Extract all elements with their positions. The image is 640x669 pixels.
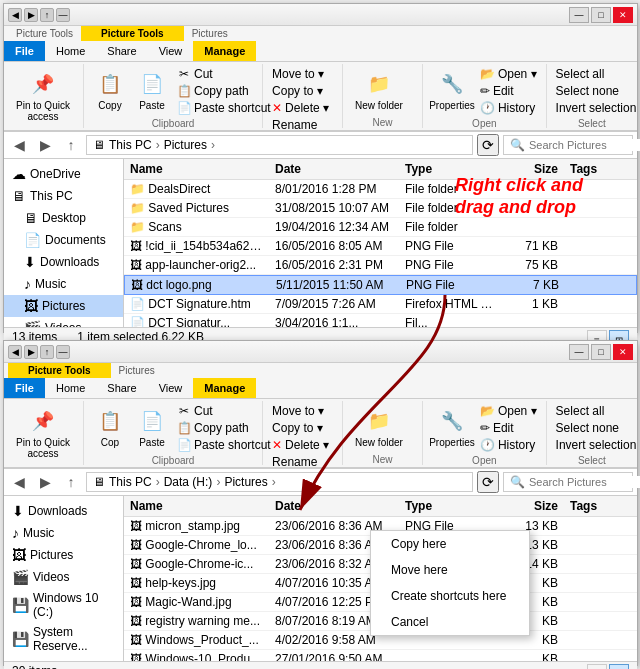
new-folder-button-1[interactable]: 📁 New folder — [349, 66, 409, 115]
copy-to-button-1[interactable]: Copy to ▾ — [269, 83, 332, 99]
back-icon[interactable]: ◀ — [8, 8, 22, 22]
col-header-type-1[interactable]: Type — [399, 159, 504, 179]
copy-path-button-2[interactable]: 📋 Copy path — [174, 420, 274, 436]
sidebar-win81-2[interactable]: 💾 Windows 8.1 (F:) — [4, 656, 123, 661]
file-row-1-3[interactable]: 🖼 !cid_ii_154b534a623... 16/05/2016 8:05… — [124, 237, 637, 256]
sidebar-pictures[interactable]: 🖼 Pictures — [4, 295, 123, 317]
select-all-button-1[interactable]: Select all — [553, 66, 631, 82]
minimize-button-1[interactable]: — — [569, 7, 589, 23]
col-header-name-1[interactable]: Name — [124, 159, 269, 179]
paste-shortcut-button-2[interactable]: 📄 Paste shortcut — [174, 437, 274, 453]
tab-home-1[interactable]: Home — [45, 41, 96, 61]
up-button-1[interactable]: ↑ — [60, 134, 82, 156]
col-header-tags-1[interactable]: Tags — [564, 159, 614, 179]
sidebar-downloads[interactable]: ⬇ Downloads — [4, 251, 123, 273]
refresh-button-2[interactable]: ⟳ — [477, 471, 499, 493]
copy-to-button-2[interactable]: Copy to ▾ — [269, 420, 332, 436]
context-menu-create-shortcuts[interactable]: Create shortcuts here — [371, 583, 529, 609]
open-button-2[interactable]: 📂 Open ▾ — [477, 403, 540, 419]
view-detail-button-2[interactable]: ⊞ — [609, 664, 629, 669]
maximize-button-2[interactable]: □ — [591, 344, 611, 360]
back-button-2[interactable]: ◀ — [8, 471, 30, 493]
file-row-1-1[interactable]: 📁 Saved Pictures 31/08/2015 10:07 AM Fil… — [124, 199, 637, 218]
file-row-1-6[interactable]: 📄 DCT Signature.htm 7/09/2015 7:26 AM Fi… — [124, 295, 637, 314]
up-icon-2[interactable]: ↑ — [40, 345, 54, 359]
sidebar-desktop[interactable]: 🖥 Desktop — [4, 207, 123, 229]
sidebar-videos[interactable]: 🎬 Videos — [4, 317, 123, 327]
delete-button-1[interactable]: ✕ Delete ▾ — [269, 100, 332, 116]
properties-button-1[interactable]: 🔧 Properties — [429, 66, 475, 115]
up-button-2[interactable]: ↑ — [60, 471, 82, 493]
col-header-date-2[interactable]: Date — [269, 496, 399, 516]
tab-manage-1[interactable]: Manage — [193, 41, 256, 61]
min-icon[interactable]: — — [56, 8, 70, 22]
maximize-button-1[interactable]: □ — [591, 7, 611, 23]
open-button-1[interactable]: 📂 Open ▾ — [477, 66, 540, 82]
cut-button-1[interactable]: ✂ Cut — [174, 66, 274, 82]
search-input-2[interactable] — [529, 476, 640, 488]
path-pictures-2[interactable]: Pictures — [224, 475, 267, 489]
context-menu-cancel[interactable]: Cancel — [371, 609, 529, 635]
pin-quick-access-button-2[interactable]: 📌 Pin to Quickaccess — [10, 403, 76, 463]
history-button-1[interactable]: 🕐 History — [477, 100, 540, 116]
move-to-button-1[interactable]: Move to ▾ — [269, 66, 332, 82]
address-path-1[interactable]: 🖥 This PC › Pictures › — [86, 135, 473, 155]
forward-icon[interactable]: ▶ — [24, 8, 38, 22]
col-header-name-2[interactable]: Name — [124, 496, 269, 516]
path-this-pc-2[interactable]: This PC — [109, 475, 152, 489]
tab-file-1[interactable]: File — [4, 41, 45, 61]
sidebar-videos-2[interactable]: 🎬 Videos — [4, 566, 123, 588]
forward-icon-2[interactable]: ▶ — [24, 345, 38, 359]
col-header-tags-2[interactable]: Tags — [564, 496, 614, 516]
edit-button-1[interactable]: ✏ Edit — [477, 83, 540, 99]
rename-button-1[interactable]: Rename — [269, 117, 332, 133]
tab-home-2[interactable]: Home — [45, 378, 96, 398]
sidebar-music[interactable]: ♪ Music — [4, 273, 123, 295]
tab-share-2[interactable]: Share — [96, 378, 147, 398]
context-menu-copy-here[interactable]: Copy here — [371, 531, 529, 557]
tab-share-1[interactable]: Share — [96, 41, 147, 61]
address-path-2[interactable]: 🖥 This PC › Data (H:) › Pictures › — [86, 472, 473, 492]
tab-file-2[interactable]: File — [4, 378, 45, 398]
copy-button-1[interactable]: 📋 Copy — [90, 66, 130, 115]
file-row-2-7[interactable]: 🖼 Windows-10_Produ... 27/01/2016 9:50 AM… — [124, 650, 637, 661]
forward-button-1[interactable]: ▶ — [34, 134, 56, 156]
properties-button-2[interactable]: 🔧 Properties — [429, 403, 475, 452]
select-none-button-2[interactable]: Select none — [553, 420, 631, 436]
back-icon-2[interactable]: ◀ — [8, 345, 22, 359]
col-header-size-2[interactable]: Size — [504, 496, 564, 516]
sidebar-win10-2[interactable]: 💾 Windows 10 (C:) — [4, 588, 123, 622]
view-list-button-2[interactable]: ≡ — [587, 664, 607, 669]
invert-selection-button-2[interactable]: Invert selection — [553, 437, 631, 453]
tab-view-2[interactable]: View — [148, 378, 194, 398]
up-icon[interactable]: ↑ — [40, 8, 54, 22]
search-input-1[interactable] — [529, 139, 640, 151]
file-row-1-7[interactable]: 📄 DCT Signatur... 3/04/2016 1:1... Fil..… — [124, 314, 637, 327]
paste-button-2[interactable]: 📄 Paste — [132, 403, 172, 452]
cut-button-2[interactable]: ✂ Cut — [174, 403, 274, 419]
paste-shortcut-button-1[interactable]: 📄 Paste shortcut — [174, 100, 274, 116]
path-data-2[interactable]: Data (H:) — [164, 475, 213, 489]
close-button-2[interactable]: ✕ — [613, 344, 633, 360]
select-all-button-2[interactable]: Select all — [553, 403, 631, 419]
file-row-1-4[interactable]: 🖼 app-launcher-orig2... 16/05/2016 2:31 … — [124, 256, 637, 275]
sidebar-documents[interactable]: 📄 Documents — [4, 229, 123, 251]
path-pictures-1[interactable]: Pictures — [164, 138, 207, 152]
pin-quick-access-button[interactable]: 📌 Pin to Quickaccess — [10, 66, 76, 126]
sidebar-sysreserve-2[interactable]: 💾 System Reserve... — [4, 622, 123, 656]
close-button-1[interactable]: ✕ — [613, 7, 633, 23]
tab-view-1[interactable]: View — [148, 41, 194, 61]
file-row-1-5[interactable]: 🖼 dct logo.png 5/11/2015 11:50 AM PNG Fi… — [124, 275, 637, 295]
new-folder-button-2[interactable]: 📁 New folder — [349, 403, 409, 452]
rename-button-2[interactable]: Rename — [269, 454, 332, 470]
sidebar-downloads-2[interactable]: ⬇ Downloads — [4, 500, 123, 522]
path-this-pc-1[interactable]: This PC — [109, 138, 152, 152]
minimize-button-2[interactable]: — — [569, 344, 589, 360]
copy-button-2[interactable]: 📋 Cop — [90, 403, 130, 452]
col-header-type-2[interactable]: Type — [399, 496, 504, 516]
sidebar-music-2[interactable]: ♪ Music — [4, 522, 123, 544]
sidebar-this-pc[interactable]: 🖥 This PC — [4, 185, 123, 207]
move-to-button-2[interactable]: Move to ▾ — [269, 403, 332, 419]
paste-button-1[interactable]: 📄 Paste — [132, 66, 172, 115]
select-none-button-1[interactable]: Select none — [553, 83, 631, 99]
